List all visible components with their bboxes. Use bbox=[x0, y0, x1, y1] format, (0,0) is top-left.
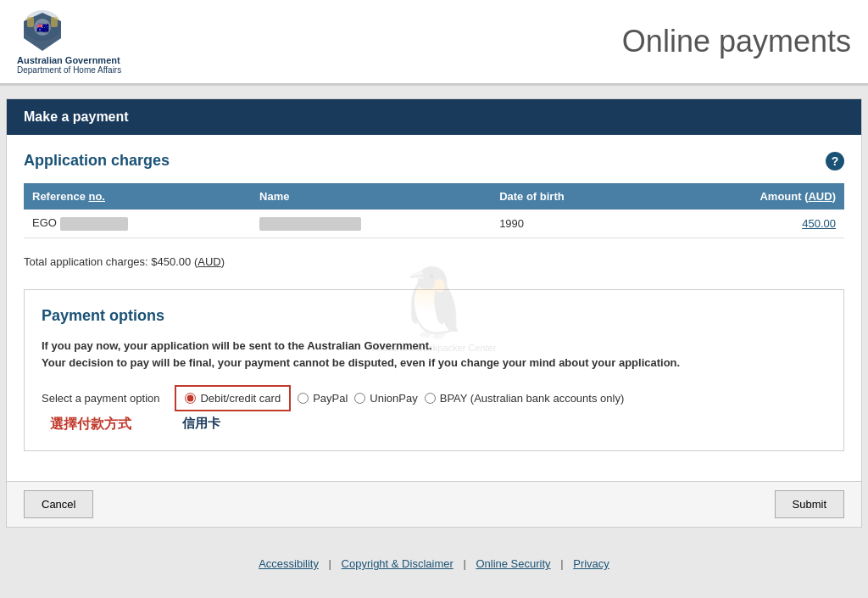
cell-dob: 1990 bbox=[491, 210, 656, 238]
table-header-row: Reference no. Name Date of birth Amount … bbox=[24, 183, 844, 210]
section-header: Make a payment bbox=[7, 99, 861, 135]
header-title-area: Online payments bbox=[580, 24, 851, 59]
footer-copyright[interactable]: Copyright & Disclaimer bbox=[342, 557, 453, 570]
paypal-option[interactable]: PayPal bbox=[298, 392, 348, 405]
svg-text:🇦🇺: 🇦🇺 bbox=[36, 21, 49, 34]
government-logo: 🇦🇺 Australian Government Department of H… bbox=[17, 8, 121, 75]
warning-line2: Your decision to pay will be final, your… bbox=[42, 356, 680, 369]
col-amount: Amount (AUD) bbox=[656, 183, 844, 210]
blurred-name bbox=[259, 217, 361, 231]
annotations-row: 選擇付款方式 信用卡 bbox=[42, 416, 826, 433]
bpay-label: BPAY (Australian bank accounts only) bbox=[440, 392, 625, 405]
cancel-button[interactable]: Cancel bbox=[24, 490, 93, 518]
svg-rect-4 bbox=[27, 17, 34, 27]
submit-button[interactable]: Submit bbox=[775, 490, 844, 518]
blurred-reference bbox=[60, 217, 128, 231]
footer-online-security[interactable]: Online Security bbox=[476, 557, 550, 570]
annotation-select: 選擇付款方式 bbox=[50, 416, 131, 433]
footer-privacy[interactable]: Privacy bbox=[573, 557, 609, 570]
crest-icon: 🇦🇺 bbox=[17, 8, 68, 55]
col-reference: Reference no. bbox=[24, 183, 251, 210]
debit-option-box: Debit/credit card bbox=[175, 385, 291, 411]
content-area: Application charges ? Reference no. Name… bbox=[7, 135, 861, 481]
col-dob: Date of birth bbox=[491, 183, 656, 210]
col-name: Name bbox=[251, 183, 491, 210]
cell-reference: EGO bbox=[24, 210, 251, 238]
payment-warning: If you pay now, your application will be… bbox=[42, 338, 826, 373]
debit-option[interactable]: Debit/credit card bbox=[185, 392, 281, 405]
paypal-radio[interactable] bbox=[298, 393, 309, 404]
make-payment-label: Make a payment bbox=[24, 109, 129, 124]
payment-options-section: Payment options If you pay now, your app… bbox=[24, 289, 844, 452]
table-row: EGO 1990 450.00 bbox=[24, 210, 844, 238]
unionpay-label: UnionPay bbox=[370, 392, 417, 405]
amount-link[interactable]: 450.00 bbox=[802, 217, 836, 230]
payment-options-title: Payment options bbox=[42, 307, 826, 325]
charges-table-body: EGO 1990 450.00 bbox=[24, 210, 844, 238]
total-charges: Total application charges: $450.00 (AUD) bbox=[24, 251, 844, 272]
debit-radio[interactable] bbox=[185, 393, 196, 404]
cell-amount: 450.00 bbox=[656, 210, 844, 238]
paypal-label: PayPal bbox=[313, 392, 348, 405]
footer: Accessibility | Copyright & Disclaimer |… bbox=[0, 540, 868, 587]
site-header: 🇦🇺 Australian Government Department of H… bbox=[0, 0, 868, 86]
unionpay-option[interactable]: UnionPay bbox=[354, 392, 417, 405]
main-container: Make a payment Application charges ? Ref… bbox=[6, 98, 862, 528]
bpay-option[interactable]: BPAY (Australian bank accounts only) bbox=[425, 392, 625, 405]
buttons-row: Cancel Submit bbox=[7, 481, 861, 527]
gov-name: Australian Government Department of Home… bbox=[17, 55, 121, 75]
warning-line1: If you pay now, your application will be… bbox=[42, 339, 432, 352]
debit-label: Debit/credit card bbox=[200, 392, 281, 405]
cell-name bbox=[251, 210, 491, 238]
charges-table: Reference no. Name Date of birth Amount … bbox=[24, 183, 844, 238]
annotation-card: 信用卡 bbox=[182, 416, 220, 433]
page-title: Online payments bbox=[622, 24, 851, 59]
footer-accessibility[interactable]: Accessibility bbox=[259, 557, 319, 570]
application-charges-title: Application charges bbox=[24, 152, 170, 170]
aud-link[interactable]: AUD bbox=[198, 255, 220, 268]
application-charges-title-row: Application charges ? bbox=[24, 152, 844, 170]
svg-rect-5 bbox=[51, 17, 58, 27]
help-icon[interactable]: ? bbox=[826, 152, 844, 170]
select-payment-label: Select a payment option bbox=[42, 392, 159, 405]
bpay-radio[interactable] bbox=[425, 393, 436, 404]
unionpay-radio[interactable] bbox=[354, 393, 365, 404]
charges-table-head: Reference no. Name Date of birth Amount … bbox=[24, 183, 844, 210]
payment-selector-row: Select a payment option Debit/credit car… bbox=[42, 385, 826, 411]
